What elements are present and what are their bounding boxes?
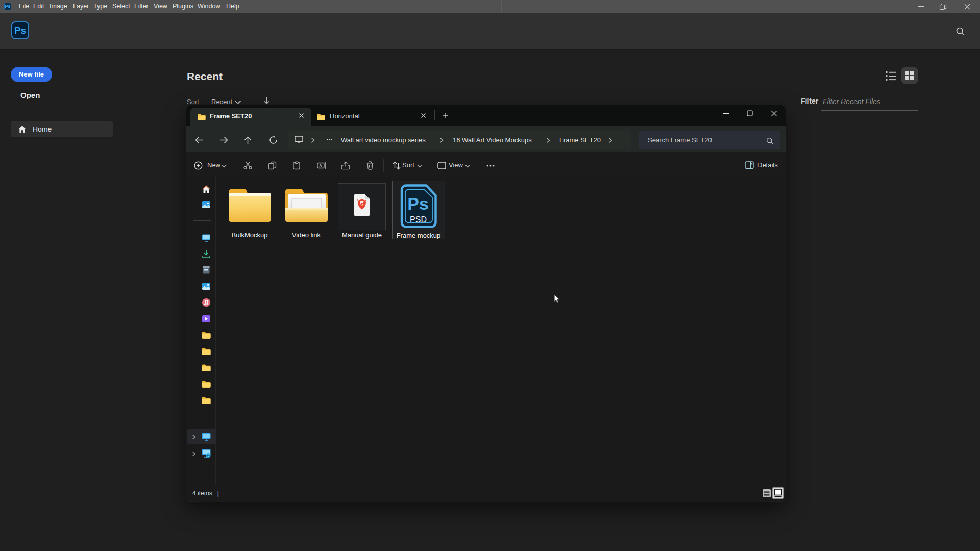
svg-text:Ps: Ps [407,194,429,213]
svg-text:PSD: PSD [410,215,427,224]
